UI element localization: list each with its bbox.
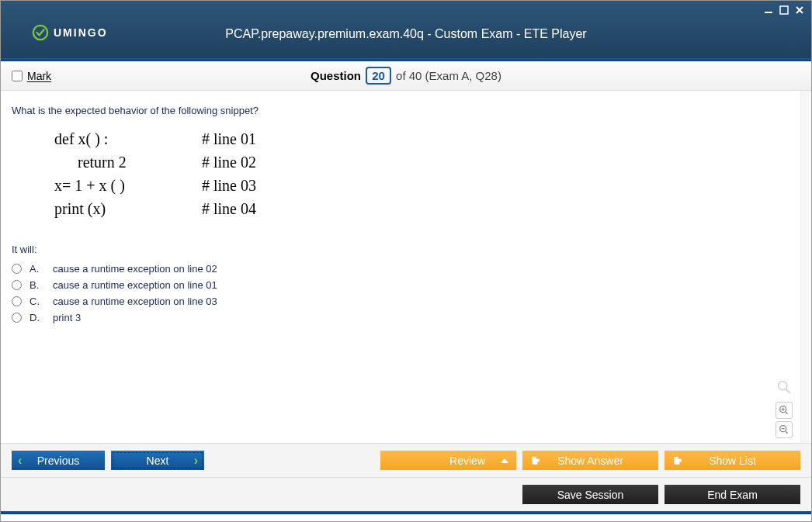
show-list-label: Show List (709, 455, 756, 467)
option-radio[interactable] (12, 313, 22, 323)
scrollbar[interactable] (800, 91, 810, 443)
show-answer-button[interactable]: Show Answer (522, 451, 658, 470)
option-letter: C. (29, 296, 45, 307)
close-icon[interactable] (793, 4, 807, 16)
answer-options: A. cause a runtime exception on line 02 … (12, 263, 800, 323)
zoom-out-button[interactable] (776, 421, 793, 438)
question-number-input[interactable]: 20 (366, 67, 391, 85)
puzzle-icon (530, 455, 541, 466)
question-indicator: Question 20 of 40 (Exam A, Q28) (1, 67, 811, 85)
zoom-controls (776, 379, 793, 438)
next-button[interactable]: Next › (111, 451, 204, 470)
nav-bar: ‹ Previous Next › Review Show Answer Sho… (1, 443, 811, 477)
question-word: Question (311, 69, 361, 82)
option-radio[interactable] (12, 296, 22, 306)
option-letter: B. (29, 279, 45, 291)
code-line: return 2 (54, 150, 202, 174)
option-a[interactable]: A. cause a runtime exception on line 02 (12, 263, 800, 275)
bottom-accent-strip (1, 511, 811, 514)
option-radio[interactable] (12, 280, 22, 290)
title-bar: UMINGO PCAP.prepaway.premium.exam.40q - … (1, 1, 811, 58)
puzzle-icon (672, 455, 683, 466)
previous-label: Previous (37, 455, 79, 467)
svg-rect-0 (765, 12, 772, 13)
option-c[interactable]: C. cause a runtime exception on line 03 (12, 296, 800, 307)
code-comment: # line 02 (202, 150, 256, 174)
end-exam-button[interactable]: End Exam (665, 485, 800, 504)
question-prompt: What is the expected behavior of the fol… (12, 105, 800, 116)
option-letter: D. (29, 312, 45, 323)
code-line: x= 1 + x ( ) (54, 174, 202, 197)
question-total: of 40 (Exam A, Q28) (396, 69, 501, 82)
magnifier-icon[interactable] (776, 379, 793, 398)
question-bar: Mark Question 20 of 40 (Exam A, Q28) (1, 61, 811, 91)
code-comment: # line 03 (202, 174, 256, 197)
chevron-right-icon: › (194, 454, 198, 468)
code-line: def x( ) : (54, 127, 202, 150)
mark-label: Mark (27, 70, 51, 82)
previous-button[interactable]: ‹ Previous (12, 451, 105, 470)
mark-checkbox[interactable]: Mark (12, 70, 51, 82)
option-b[interactable]: B. cause a runtime exception on line 01 (12, 279, 800, 291)
option-letter: A. (29, 263, 45, 275)
svg-rect-1 (780, 6, 788, 14)
code-snippet: def x( ) :# line 01 return 2# line 02 x=… (54, 127, 800, 220)
review-label: Review (449, 455, 485, 467)
code-comment: # line 04 (202, 197, 256, 220)
option-radio[interactable] (12, 264, 22, 274)
option-d[interactable]: D. print 3 (12, 312, 800, 323)
next-label: Next (147, 455, 169, 467)
mark-checkbox-input[interactable] (12, 71, 23, 81)
show-list-button[interactable]: Show List (665, 451, 800, 470)
chevron-left-icon: ‹ (18, 454, 22, 468)
zoom-in-button[interactable] (776, 402, 793, 419)
show-answer-label: Show Answer (557, 455, 623, 467)
code-line: print (x) (54, 197, 202, 220)
code-comment: # line 01 (202, 127, 256, 150)
bottom-bar: Save Session End Exam (1, 477, 811, 511)
window-controls (762, 4, 807, 16)
option-text: cause a runtime exception on line 01 (53, 279, 217, 291)
maximize-icon[interactable] (777, 4, 791, 16)
window-title: PCAP.prepaway.premium.exam.40q - Custom … (1, 27, 811, 41)
save-session-button[interactable]: Save Session (522, 485, 658, 504)
option-text: print 3 (53, 312, 81, 323)
minimize-icon[interactable] (762, 4, 776, 16)
triangle-up-icon (501, 458, 508, 463)
review-button[interactable]: Review (380, 451, 516, 470)
option-text: cause a runtime exception on line 02 (53, 263, 217, 275)
content-area: What is the expected behavior of the fol… (1, 91, 811, 443)
it-will-label: It will: (12, 244, 800, 255)
option-text: cause a runtime exception on line 03 (53, 296, 217, 307)
